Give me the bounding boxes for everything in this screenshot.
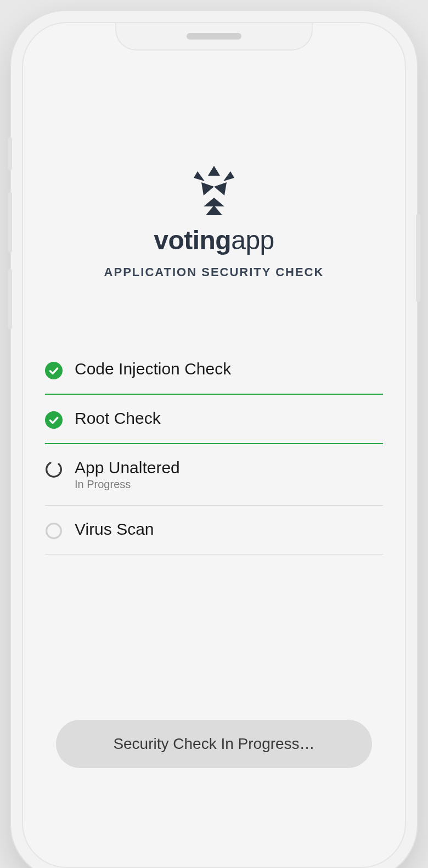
app-name-bold: voting — [154, 226, 231, 255]
app-screen: votingapp APPLICATION SECURITY CHECK Cod… — [23, 23, 405, 867]
pending-circle-icon — [45, 522, 63, 540]
checks-list: Code Injection Check Root Check — [45, 345, 383, 555]
app-name-light: app — [231, 226, 274, 255]
check-content: Virus Scan — [75, 520, 383, 539]
svg-point-9 — [45, 461, 63, 478]
phone-frame: votingapp APPLICATION SECURITY CHECK Cod… — [11, 11, 417, 868]
footer: Security Check In Progress… — [45, 720, 383, 768]
phone-power-button — [416, 214, 420, 302]
app-name: votingapp — [154, 225, 274, 255]
svg-point-8 — [45, 411, 63, 429]
check-content: Code Injection Check — [75, 360, 383, 378]
check-content: Root Check — [75, 409, 383, 428]
svg-marker-1 — [223, 171, 234, 181]
phone-side-button — [8, 137, 12, 170]
check-label: Virus Scan — [75, 520, 383, 539]
spinner-icon — [45, 461, 63, 478]
svg-marker-3 — [201, 182, 214, 195]
check-label: App Unaltered — [75, 458, 383, 477]
svg-marker-4 — [214, 182, 227, 195]
phone-notch — [115, 23, 313, 51]
svg-marker-0 — [208, 166, 220, 176]
page-subtitle: APPLICATION SECURITY CHECK — [104, 265, 324, 279]
check-item-code-injection: Code Injection Check — [45, 345, 383, 394]
svg-marker-5 — [204, 198, 224, 206]
svg-point-7 — [45, 362, 63, 379]
svg-marker-6 — [206, 205, 222, 215]
phone-volume-up — [8, 192, 12, 253]
svg-point-10 — [47, 524, 61, 539]
check-item-root: Root Check — [45, 395, 383, 443]
phone-inner: votingapp APPLICATION SECURITY CHECK Cod… — [22, 22, 406, 868]
check-item-virus-scan: Virus Scan — [45, 506, 383, 554]
security-status-button: Security Check In Progress… — [56, 720, 372, 768]
check-item-app-unaltered: App Unaltered In Progress — [45, 444, 383, 505]
check-content: App Unaltered In Progress — [75, 458, 383, 491]
check-done-icon — [45, 411, 63, 429]
divider — [45, 554, 383, 555]
header: votingapp APPLICATION SECURITY CHECK — [45, 166, 383, 279]
check-label: Root Check — [75, 409, 383, 428]
phone-volume-down — [8, 269, 12, 329]
check-status: In Progress — [75, 478, 383, 491]
svg-marker-2 — [194, 171, 205, 181]
star-logo-icon — [184, 166, 244, 215]
check-label: Code Injection Check — [75, 360, 383, 378]
check-done-icon — [45, 362, 63, 379]
phone-speaker — [187, 33, 241, 40]
